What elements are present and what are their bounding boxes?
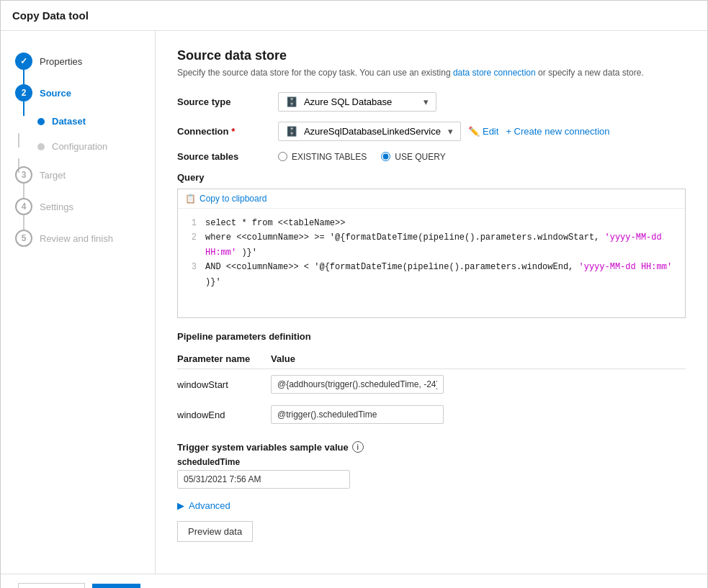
trigger-title: Trigger system variables sample value i	[177, 441, 686, 453]
content-area: Source data store Specify the source dat…	[156, 31, 707, 574]
connection-field: 🗄️ AzureSqlDatabaseLinkedService ▾ ✏️ Ed…	[278, 122, 686, 141]
sidebar-item-properties[interactable]: ✓ Properties	[1, 45, 155, 77]
sidebar-item-configuration[interactable]: Configuration	[1, 134, 155, 159]
copy-clipboard-button[interactable]: 📋 Copy to clipboard	[185, 194, 266, 204]
main-layout: ✓ Properties 2 Source Dataset Configurat…	[1, 31, 707, 574]
sidebar-label-properties: Properties	[40, 56, 82, 67]
connection-required: *	[231, 126, 235, 137]
source-tables-row: Source tables EXISTING TABLES USE QUERY	[177, 151, 686, 162]
query-line-1: 1 select * from <<tableName>>	[185, 216, 678, 230]
sidebar-label-source: Source	[40, 88, 71, 99]
radio-use-query[interactable]: USE QUERY	[381, 152, 445, 162]
step-circle-settings: 4	[15, 198, 32, 215]
param-name-windowstart: windowStart	[177, 369, 271, 400]
advanced-row[interactable]: ▶ Advanced	[177, 500, 686, 511]
sidebar-label-settings: Settings	[40, 202, 73, 212]
trigger-section: Trigger system variables sample value i …	[177, 441, 686, 489]
pipeline-params-section: Pipeline parameters definition Parameter…	[177, 331, 686, 430]
page-title: Source data store	[177, 48, 686, 63]
advanced-label: Advanced	[189, 500, 230, 511]
param-value-header: Value	[271, 349, 686, 369]
connection-row: Connection * 🗄️ AzureSqlDatabaseLinkedSe…	[177, 122, 686, 141]
db-icon-connection: 🗄️	[286, 126, 297, 137]
source-tables-radio-group: EXISTING TABLES USE QUERY	[278, 152, 446, 162]
param-name-header: Parameter name	[177, 349, 271, 369]
sidebar-label-configuration: Configuration	[52, 141, 107, 152]
chevron-icon-source: ▾	[424, 96, 429, 107]
connection-label: Connection *	[177, 126, 278, 137]
page-description: Specify the source data store for the co…	[177, 68, 686, 78]
clipboard-icon: 📋	[185, 194, 196, 204]
sidebar-label-target: Target	[40, 170, 66, 181]
param-value-windowend	[271, 399, 686, 430]
radio-query-input[interactable]	[381, 152, 390, 161]
preview-data-button[interactable]: Preview data	[177, 521, 253, 542]
source-type-label: Source type	[177, 96, 278, 107]
param-row-windowend: windowEnd	[177, 399, 686, 430]
chevron-right-icon: ▶	[177, 500, 184, 511]
source-type-row: Source type 🗄️ Azure SQL Database ▾	[177, 92, 686, 112]
param-input-windowstart[interactable]	[271, 375, 444, 394]
query-section-title: Query	[177, 172, 686, 183]
app-window: Copy Data tool ✓ Properties 2 Source Dat…	[0, 0, 708, 588]
chevron-icon-connection: ▾	[448, 126, 453, 137]
query-box: 📋 Copy to clipboard 1 select * from <<ta…	[177, 189, 686, 318]
step-circle-properties: ✓	[15, 53, 32, 70]
param-name-windowend: windowEnd	[177, 399, 271, 430]
scheduled-time-label: scheduledTime	[177, 457, 686, 467]
create-connection-button[interactable]: + Create new connection	[506, 126, 609, 137]
data-store-link[interactable]: data store connection	[453, 68, 536, 78]
params-table: Parameter name Value windowStart wind	[177, 349, 686, 430]
query-content: 1 select * from <<tableName>> 2 where <<…	[178, 209, 685, 297]
source-type-value: Azure SQL Database	[304, 96, 392, 107]
db-icon-source: 🗄️	[286, 96, 297, 107]
sidebar-item-settings[interactable]: 4 Settings	[1, 191, 155, 222]
scheduled-time-input[interactable]	[177, 470, 350, 489]
source-type-field: 🗄️ Azure SQL Database ▾	[278, 92, 686, 112]
pipeline-params-title: Pipeline parameters definition	[177, 331, 686, 342]
sidebar-label-dataset: Dataset	[52, 116, 86, 127]
sidebar: ✓ Properties 2 Source Dataset Configurat…	[1, 31, 156, 574]
source-tables-field: EXISTING TABLES USE QUERY	[278, 152, 686, 162]
query-line-2: 2 where <<columnName>> >= '@{formatDateT…	[185, 230, 678, 260]
connection-select[interactable]: 🗄️ AzureSqlDatabaseLinkedService ▾	[278, 122, 461, 141]
step-circle-target: 3	[15, 166, 32, 184]
source-tables-label: Source tables	[177, 151, 278, 162]
sidebar-item-dataset[interactable]: Dataset	[1, 109, 155, 134]
previous-button[interactable]: ‹ Previous	[18, 583, 85, 588]
query-toolbar: 📋 Copy to clipboard	[178, 189, 685, 209]
connection-value: AzureSqlDatabaseLinkedService	[304, 126, 441, 137]
param-value-windowstart	[271, 369, 686, 400]
window-title: Copy Data tool	[1, 1, 707, 31]
step-circle-source: 2	[15, 84, 32, 101]
sidebar-item-review[interactable]: 5 Review and finish	[1, 222, 155, 254]
source-type-select[interactable]: 🗄️ Azure SQL Database ▾	[278, 92, 436, 112]
sidebar-item-source[interactable]: 2 Source	[1, 77, 155, 109]
edit-button[interactable]: ✏️ Edit	[468, 126, 498, 137]
sidebar-item-target[interactable]: 3 Target	[1, 159, 155, 191]
step-dot-dataset	[37, 118, 45, 125]
radio-existing-tables[interactable]: EXISTING TABLES	[278, 152, 367, 162]
footer: ‹ Previous Next ›	[1, 574, 707, 588]
pencil-icon: ✏️	[468, 126, 480, 137]
step-dot-configuration	[37, 143, 45, 150]
sidebar-label-review: Review and finish	[40, 233, 113, 244]
next-button[interactable]: Next ›	[92, 584, 140, 588]
info-icon[interactable]: i	[352, 441, 364, 453]
step-circle-review: 5	[15, 230, 32, 247]
query-line-3: 3 AND <<columnName>> < '@{formatDateTime…	[185, 260, 678, 289]
param-input-windowend[interactable]	[271, 405, 444, 424]
radio-existing-input[interactable]	[278, 152, 287, 161]
param-row-windowstart: windowStart	[177, 369, 686, 400]
